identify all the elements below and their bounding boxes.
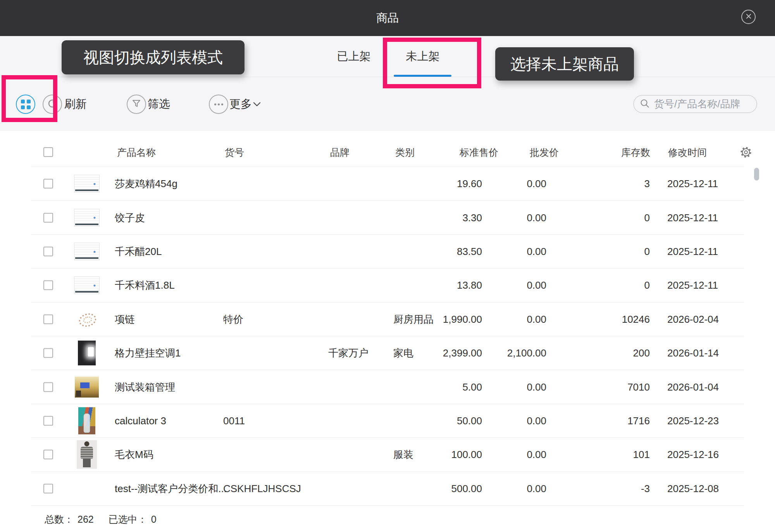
row-checkbox[interactable] bbox=[43, 450, 53, 460]
row-checkbox[interactable] bbox=[43, 179, 53, 189]
wholesale-cell: 0.00 bbox=[484, 178, 546, 190]
modified-cell: 2025-12-23 bbox=[667, 415, 719, 427]
thumbnail-wrap bbox=[67, 472, 106, 505]
col-header-price[interactable]: 标准售价 bbox=[460, 146, 498, 159]
col-header-code[interactable]: 货号 bbox=[225, 146, 244, 159]
row-checkbox[interactable] bbox=[43, 348, 53, 358]
product-code-cell: 特价 bbox=[223, 312, 243, 326]
product-thumbnail bbox=[78, 407, 95, 434]
wholesale-cell: 2,100.00 bbox=[484, 347, 546, 359]
table-row[interactable]: 饺子皮 3.30 0.00 0 2025-12-11 bbox=[31, 201, 744, 234]
table-row[interactable]: 测试装箱管理 5.00 0.00 7010 2026-01-04 bbox=[31, 370, 744, 404]
table-row[interactable]: 格力壁挂空调1 千家万户 家电 2,399.00 2,100.00 200 20… bbox=[31, 336, 744, 370]
col-header-product-name[interactable]: 产品名称 bbox=[117, 146, 156, 159]
wholesale-cell: 0.00 bbox=[484, 482, 546, 494]
wholesale-cell: 0.00 bbox=[484, 279, 546, 291]
brand-cell: 千家万户 bbox=[328, 346, 369, 360]
product-name-cell: calculator 3 bbox=[115, 415, 166, 427]
page-title: 商品 bbox=[0, 0, 775, 36]
product-thumbnail bbox=[76, 308, 98, 331]
stock-cell: 101 bbox=[592, 449, 650, 461]
product-name-cell: 千禾料酒1.8L bbox=[115, 279, 175, 292]
product-thumbnail bbox=[74, 209, 100, 227]
product-name-cell: 莎麦鸡精454g bbox=[115, 177, 177, 191]
stock-cell: -3 bbox=[592, 482, 650, 494]
stock-cell: 10246 bbox=[592, 313, 650, 325]
price-cell: 50.00 bbox=[405, 415, 482, 427]
modified-cell: 2026-02-04 bbox=[667, 313, 719, 325]
annotation-highlight-view-toggle bbox=[2, 75, 57, 122]
table-row[interactable]: 千禾醋20L 83.50 0.00 0 2025-12-11 bbox=[31, 235, 744, 269]
thumbnail-wrap bbox=[67, 404, 106, 437]
col-header-brand[interactable]: 品牌 bbox=[330, 146, 350, 159]
filter-button[interactable] bbox=[127, 95, 146, 114]
table-row[interactable]: calculator 3 0011 50.00 0.00 1716 2025-1… bbox=[31, 404, 744, 438]
ellipsis-icon bbox=[214, 103, 223, 105]
thumbnail-wrap bbox=[67, 167, 106, 200]
total-label: 总数： bbox=[45, 513, 74, 526]
stock-cell: 0 bbox=[592, 245, 650, 257]
stock-cell: 0 bbox=[592, 279, 650, 291]
thumbnail-wrap bbox=[67, 201, 106, 234]
stock-cell: 1716 bbox=[592, 415, 650, 427]
modified-cell: 2025-12-11 bbox=[667, 245, 718, 257]
col-header-wholesale[interactable]: 批发价 bbox=[530, 146, 559, 159]
funnel-icon bbox=[131, 98, 141, 110]
price-cell: 83.50 bbox=[405, 245, 482, 257]
col-header-modified[interactable]: 修改时间 bbox=[668, 146, 707, 159]
product-name-cell: 项链 bbox=[115, 312, 135, 326]
more-label[interactable]: 更多 bbox=[229, 77, 252, 131]
footer-summary: 总数： 262 已选中： 0 bbox=[45, 510, 157, 529]
wholesale-cell: 0.00 bbox=[484, 245, 546, 257]
row-checkbox[interactable] bbox=[43, 246, 53, 256]
col-header-stock[interactable]: 库存数 bbox=[616, 146, 650, 159]
price-cell: 13.80 bbox=[405, 279, 482, 291]
row-checkbox[interactable] bbox=[43, 416, 53, 425]
more-button[interactable] bbox=[209, 95, 228, 114]
search-icon bbox=[639, 98, 650, 110]
modified-cell: 2025-12-16 bbox=[667, 449, 719, 461]
filter-label[interactable]: 筛选 bbox=[148, 77, 170, 131]
wholesale-cell: 0.00 bbox=[484, 381, 546, 393]
search-box[interactable] bbox=[633, 95, 757, 113]
thumbnail-wrap bbox=[67, 336, 106, 370]
row-checkbox[interactable] bbox=[43, 484, 53, 493]
column-settings-gear-icon[interactable] bbox=[739, 146, 753, 159]
price-cell: 500.00 bbox=[405, 482, 482, 494]
table-row[interactable]: test--测试客户分类价和... CSKHFLJHSCSJ 500.00 0.… bbox=[31, 472, 744, 506]
refresh-label[interactable]: 刷新 bbox=[64, 77, 87, 131]
modified-cell: 2025-12-11 bbox=[667, 279, 718, 291]
thumbnail-wrap bbox=[67, 303, 106, 336]
row-checkbox[interactable] bbox=[43, 382, 53, 392]
select-all-checkbox[interactable] bbox=[43, 147, 53, 157]
product-thumbnail bbox=[78, 341, 96, 365]
table-row[interactable]: 项链 特价 厨房用品 1,990.00 0.00 10246 2026-02-0… bbox=[31, 303, 744, 336]
selected-count: 0 bbox=[151, 514, 157, 525]
product-code-cell: 0011 bbox=[223, 415, 245, 427]
product-name-cell: 饺子皮 bbox=[115, 211, 145, 224]
modified-cell: 2026-01-14 bbox=[667, 347, 719, 359]
close-button[interactable] bbox=[741, 10, 756, 24]
search-input[interactable] bbox=[653, 98, 750, 110]
price-cell: 100.00 bbox=[405, 449, 482, 461]
scrollbar-thumb[interactable] bbox=[754, 168, 759, 181]
product-thumbnail bbox=[75, 377, 99, 398]
row-checkbox[interactable] bbox=[43, 281, 53, 290]
wholesale-cell: 0.00 bbox=[484, 415, 546, 427]
table-row[interactable]: 莎麦鸡精454g 19.60 0.00 3 2025-12-11 bbox=[31, 167, 744, 201]
price-cell: 2,399.00 bbox=[405, 347, 482, 359]
row-checkbox[interactable] bbox=[43, 314, 53, 324]
row-checkbox[interactable] bbox=[43, 213, 53, 222]
chevron-down-icon[interactable] bbox=[253, 101, 261, 109]
thumbnail-wrap bbox=[67, 370, 106, 403]
product-code-cell: CSKHFLJHSCSJ bbox=[223, 482, 301, 494]
col-header-category[interactable]: 类别 bbox=[395, 146, 415, 159]
table-row[interactable]: 毛衣M码 服装 100.00 0.00 101 2025-12-16 bbox=[31, 438, 744, 472]
product-thumbnail bbox=[74, 175, 100, 193]
product-thumbnail bbox=[74, 276, 100, 294]
tab-listed[interactable]: 已上架 bbox=[315, 36, 393, 77]
product-thumbnail bbox=[74, 243, 100, 260]
wholesale-cell: 0.00 bbox=[484, 313, 546, 325]
table-row[interactable]: 千禾料酒1.8L 13.80 0.00 0 2025-12-11 bbox=[31, 269, 744, 302]
product-name-cell: test--测试客户分类价和... bbox=[115, 482, 227, 495]
